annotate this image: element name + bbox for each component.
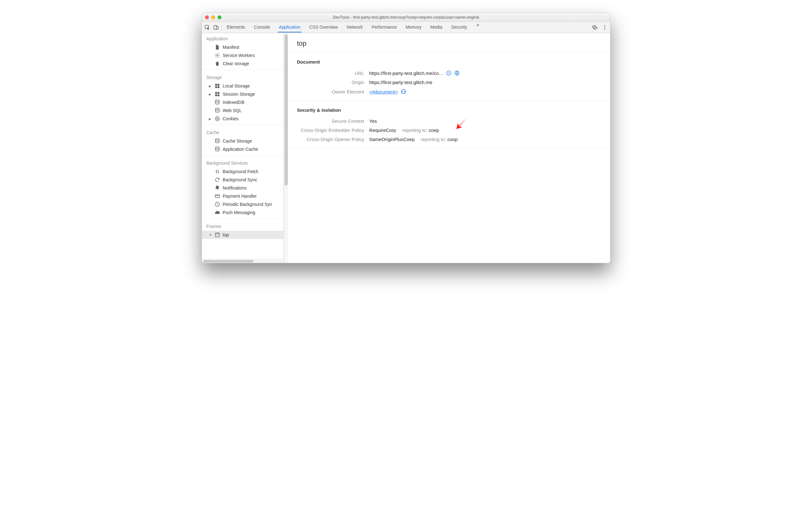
- window-title: DevTools - first-party-test.glitch.me/co…: [202, 15, 610, 19]
- reveal-in-elements-icon[interactable]: [401, 89, 406, 95]
- tab-console[interactable]: Console: [252, 22, 271, 32]
- close-window-button[interactable]: [205, 15, 209, 19]
- bell-icon: [215, 185, 220, 191]
- minimize-window-button[interactable]: [211, 15, 215, 19]
- coop-value: SameOriginPlusCoep: [369, 137, 415, 142]
- svg-point-16: [215, 108, 219, 110]
- sidebar-item-cookies[interactable]: ▶Cookies: [202, 115, 284, 123]
- sidebar-item-application-cache[interactable]: Application Cache: [202, 145, 284, 153]
- chevron-right-icon: ▶: [209, 84, 212, 88]
- tab-network[interactable]: Network: [345, 22, 364, 32]
- tab-elements[interactable]: Elements: [226, 22, 246, 32]
- sidebar-group-title: Storage: [202, 72, 284, 82]
- svg-point-3: [605, 25, 605, 26]
- db-icon: [215, 146, 220, 152]
- sidebar-item-label: Local Storage: [223, 83, 250, 88]
- sidebar-group-title: Frames: [202, 221, 284, 231]
- sidebar-item-cache-storage[interactable]: Cache Storage: [202, 137, 284, 145]
- tab-application[interactable]: Application: [278, 22, 302, 32]
- sidebar-item-label: Background Sync: [223, 177, 257, 182]
- zoom-window-button[interactable]: [218, 15, 221, 19]
- db-icon: [215, 108, 220, 113]
- svg-rect-26: [215, 233, 219, 237]
- tab-memory[interactable]: Memory: [404, 22, 423, 32]
- svg-point-17: [215, 116, 219, 121]
- svg-rect-13: [215, 95, 217, 96]
- sidebar-item-manifest[interactable]: Manifest: [202, 43, 284, 51]
- sidebar-item-session-storage[interactable]: ▶Session Storage: [202, 90, 284, 98]
- tab-media[interactable]: Media: [429, 22, 444, 32]
- devtools-tabstrip: Elements Console Application CSS Overvie…: [202, 22, 610, 33]
- sidebar-item-label: Session Storage: [223, 92, 255, 97]
- sidebar-item-label: Manifest: [223, 45, 239, 50]
- sidebar-item-notifications[interactable]: Notifications: [202, 184, 284, 192]
- inspect-element-icon[interactable]: [204, 25, 210, 30]
- svg-point-21: [218, 119, 219, 120]
- frame-details-panel: top Document URL https://first-party-tes…: [288, 33, 610, 263]
- chevron-right-icon: ▶: [209, 117, 212, 121]
- cookie-icon: [215, 116, 220, 122]
- application-sidebar[interactable]: ApplicationManifestService WorkersClear …: [202, 33, 284, 263]
- url-value: https://first-party-test.glitch.me/co…: [369, 71, 444, 76]
- sidebar-item-label: Notifications: [223, 185, 247, 191]
- devtools-window: DevTools - first-party-test.glitch.me/co…: [202, 13, 610, 263]
- origin-value: https://first-party-test.glitch.me: [369, 80, 432, 85]
- coop-reporting: reporting to: coop: [421, 137, 458, 142]
- sidebar-item-top[interactable]: ▼top: [202, 231, 284, 239]
- sidebar-item-background-fetch[interactable]: Background Fetch: [202, 167, 284, 176]
- gear-icon: [215, 53, 220, 58]
- tab-css-overview[interactable]: CSS Overview: [308, 22, 339, 32]
- cloud-icon: [215, 210, 220, 215]
- svg-point-4: [605, 27, 605, 28]
- sidebar-item-clear-storage[interactable]: Clear storage: [202, 59, 284, 68]
- window-titlebar: DevTools - first-party-test.glitch.me/co…: [202, 13, 610, 22]
- sidebar-item-local-storage[interactable]: ▶Local Storage: [202, 82, 284, 90]
- page-title: top: [288, 33, 610, 53]
- sidebar-item-indexeddb[interactable]: IndexedDB: [202, 98, 284, 107]
- device-toolbar-icon[interactable]: [213, 25, 219, 30]
- file-icon: [215, 44, 220, 50]
- chevron-down-icon: ▼: [209, 233, 212, 237]
- reveal-in-network-icon[interactable]: [454, 70, 460, 76]
- sidebar-item-push-messaging[interactable]: Push Messaging: [202, 208, 284, 216]
- more-menu-icon[interactable]: [602, 25, 608, 30]
- sync-icon: [215, 177, 220, 183]
- svg-rect-11: [215, 92, 217, 94]
- svg-point-19: [218, 118, 218, 118]
- sidebar-item-service-workers[interactable]: Service Workers: [202, 51, 284, 59]
- svg-rect-10: [218, 86, 219, 88]
- sidebar-item-label: top: [223, 232, 229, 237]
- traffic-lights: [205, 15, 221, 19]
- svg-rect-12: [218, 92, 219, 94]
- updn-icon: [215, 169, 220, 174]
- sidebar-item-label: Background Fetch: [223, 169, 259, 174]
- tab-performance[interactable]: Performance: [371, 22, 398, 32]
- sidebar-scrollbar[interactable]: [284, 33, 288, 263]
- sidebar-item-background-sync[interactable]: Background Sync: [202, 176, 284, 184]
- chevron-right-icon: ▶: [209, 93, 212, 96]
- panel-body: ApplicationManifestService WorkersClear …: [202, 33, 610, 263]
- svg-point-20: [217, 119, 217, 120]
- origin-label: Origin: [297, 80, 369, 85]
- sidebar-item-payment-handler[interactable]: Payment Handler: [202, 192, 284, 200]
- owner-element-label: Owner Element: [297, 89, 369, 95]
- sidebar-group-title: Background Services: [202, 157, 284, 167]
- secure-context-label: Secure Context: [297, 118, 369, 124]
- sidebar-item-periodic-background-syn[interactable]: Periodic Background Syn: [202, 200, 284, 208]
- coep-label: Cross-Origin Embedder Policy: [297, 127, 369, 133]
- coep-reporting: reporting to: coep: [402, 127, 439, 133]
- sidebar-horizontal-scrollbar[interactable]: [202, 259, 284, 263]
- copy-url-icon[interactable]: [446, 70, 452, 76]
- document-section-title: Document: [297, 59, 601, 65]
- sidebar-item-label: Push Messaging: [223, 210, 255, 215]
- tabs-overflow-icon[interactable]: »: [475, 22, 481, 32]
- owner-element-link[interactable]: <#document>: [369, 89, 398, 95]
- svg-rect-8: [218, 84, 219, 86]
- sidebar-item-web-sql[interactable]: Web SQL: [202, 107, 284, 115]
- settings-gear-icon[interactable]: [592, 25, 597, 30]
- trash-icon: [215, 61, 220, 67]
- url-label: URL: [297, 71, 369, 76]
- svg-point-18: [216, 118, 217, 119]
- tab-security[interactable]: Security: [450, 22, 468, 32]
- coep-reporting-prefix: reporting to:: [402, 127, 427, 133]
